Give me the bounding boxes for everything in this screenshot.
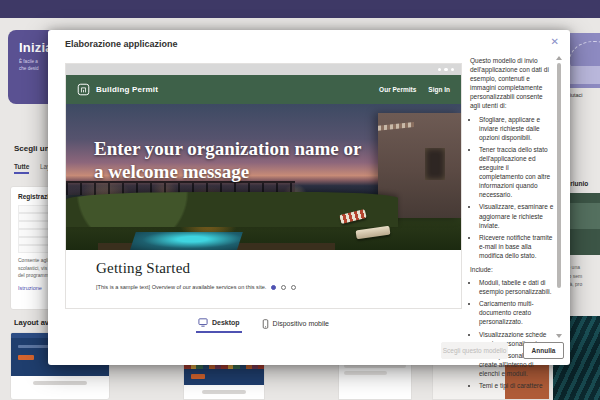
window-control-dot: [444, 68, 448, 72]
mobile-phone-icon: [262, 319, 269, 329]
carousel-dot-active[interactable]: [271, 285, 276, 290]
getting-started-heading: Getting Started: [96, 250, 461, 277]
list-item: Tener traccia dello stato dell'applicazi…: [479, 145, 554, 200]
preview-nav-sign-in[interactable]: Sign In: [428, 86, 450, 93]
list-item: Sfogliare, applicare e inviare richieste…: [479, 115, 554, 142]
list-item: Caricamento multi-documento creato perso…: [479, 299, 554, 326]
tab-mobile[interactable]: Dispositivo mobile: [260, 315, 331, 333]
dialog-title: Elaborazione applicazione: [65, 39, 178, 49]
preview-hero-image: Enter your organization name or a welcom…: [66, 104, 461, 250]
building-permit-logo-icon: [77, 83, 90, 96]
preview-navbar: Building Permit Our Permits Sign In: [66, 75, 461, 104]
thumbnail-button-shape: [18, 355, 34, 360]
list-item: Visualizzare, esaminare e aggiornare le …: [479, 202, 554, 229]
choose-template-button[interactable]: Scegli questo modello: [441, 342, 508, 359]
window-control-dot: [451, 68, 455, 72]
hero-welcome-heading: Enter your organization name or a welcom…: [94, 137, 362, 183]
hero-lounger-shape: [355, 226, 390, 240]
list-item: Ricevere notifiche tramite e-mail in bas…: [479, 233, 554, 260]
preview-content-section: Getting Started [This is a sample text] …: [66, 250, 461, 308]
sample-overview-text: [This is a sample text] Overview of our …: [96, 284, 266, 290]
browser-chrome-bar: [66, 64, 461, 75]
template-preview-dialog: Elaborazione applicazione ✕ Building Per…: [48, 30, 570, 365]
description-scrollbar[interactable]: [557, 56, 561, 338]
description-intro: Questo modello di invio dell'applicazion…: [470, 56, 554, 111]
filter-tab-all[interactable]: Tutte: [14, 163, 29, 174]
tab-mobile-label: Dispositivo mobile: [273, 320, 329, 327]
tab-desktop-label: Desktop: [212, 319, 240, 326]
list-item: Moduli, tabelle e dati di esempio person…: [479, 278, 554, 296]
preview-nav-our-permits[interactable]: Our Permits: [379, 86, 416, 93]
monitor-icon: [198, 318, 208, 327]
scroll-up-arrow-icon[interactable]: [556, 56, 562, 60]
app-top-bar: [0, 0, 600, 18]
list-item: Temi e tipi di carattere: [479, 381, 554, 390]
text-placeholder: [33, 381, 87, 385]
hero-window-shape: [425, 148, 445, 180]
includes-list: Moduli, tabelle e dati di esempio person…: [470, 278, 554, 390]
scroll-down-arrow-icon[interactable]: [556, 334, 562, 338]
hero-pool-shape: [130, 232, 242, 250]
capabilities-list: Sfogliare, applicare e inviare richieste…: [470, 115, 554, 260]
carousel-dot[interactable]: [281, 285, 286, 290]
device-preview-tabs: Desktop Dispositivo mobile: [65, 315, 462, 333]
carousel-dot[interactable]: [291, 285, 296, 290]
app-preview-frame: Building Permit Our Permits Sign In Ente…: [65, 63, 462, 309]
tab-desktop[interactable]: Desktop: [196, 315, 242, 333]
window-control-dot: [438, 68, 442, 72]
close-icon[interactable]: ✕: [549, 35, 561, 49]
include-label: Include:: [470, 265, 554, 274]
scrollbar-thumb[interactable]: [557, 63, 561, 288]
cancel-button[interactable]: Annulla: [523, 342, 564, 359]
preview-brand-title: Building Permit: [96, 85, 158, 94]
text-placeholder: [202, 390, 246, 394]
